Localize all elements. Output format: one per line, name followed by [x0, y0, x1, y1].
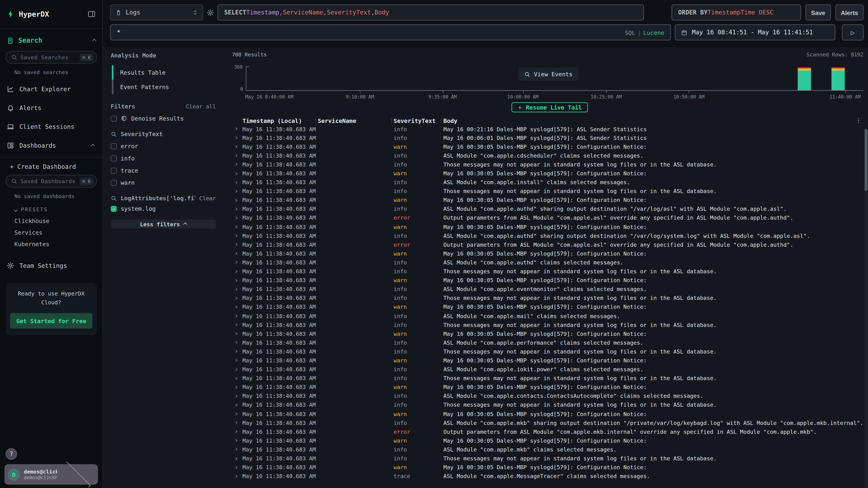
create-dashboard-button[interactable]: + Create Dashboard — [0, 158, 102, 170]
col-servicename[interactable]: ServiceName — [318, 117, 389, 124]
table-row[interactable]: May 16 11:38:40.683 AM info ASL Module "… — [231, 151, 868, 160]
table-row[interactable]: May 16 11:38:40.683 AM info ASL Module "… — [231, 338, 868, 347]
table-row[interactable]: May 16 11:38:40.683 AM info ASL Module "… — [231, 365, 868, 374]
row-expand-chevron-icon[interactable] — [235, 163, 243, 166]
row-expand-chevron-icon[interactable] — [235, 172, 243, 174]
table-row[interactable]: May 16 11:38:40.683 AM info May 16 00:06… — [231, 133, 868, 142]
row-expand-chevron-icon[interactable] — [235, 288, 243, 290]
sidebar-item-alerts[interactable]: Alerts — [0, 98, 102, 117]
row-expand-chevron-icon[interactable] — [235, 395, 243, 397]
table-row[interactable]: May 16 11:38:40.683 AM error Output para… — [231, 214, 868, 222]
row-expand-chevron-icon[interactable] — [235, 324, 243, 326]
table-row[interactable]: May 16 11:38:40.683 AM info May 16 00:21… — [231, 125, 868, 133]
table-row[interactable]: May 16 11:38:40.683 AM info ASL Module "… — [231, 418, 868, 427]
severity-option[interactable]: warn — [111, 179, 216, 186]
row-expand-chevron-icon[interactable] — [235, 235, 243, 237]
user-menu[interactable]: D demos@clickhouse.com demos@clickhouse.… — [4, 464, 98, 485]
row-expand-chevron-icon[interactable] — [235, 466, 243, 468]
row-expand-chevron-icon[interactable] — [235, 208, 243, 210]
source-select[interactable]: Logs — [110, 4, 203, 21]
row-expand-chevron-icon[interactable] — [235, 315, 243, 317]
row-expand-chevron-icon[interactable] — [235, 253, 243, 255]
column-menu-icon[interactable]: ⋮ — [389, 118, 394, 123]
sidebar-item-client-sessions[interactable]: Client Sessions — [0, 117, 102, 136]
row-expand-chevron-icon[interactable] — [235, 457, 243, 459]
row-expand-chevron-icon[interactable] — [235, 146, 243, 148]
save-button[interactable]: Save — [805, 4, 831, 21]
less-filters-button[interactable]: Less filters — [111, 220, 216, 228]
table-row[interactable]: May 16 11:38:40.683 AM info ASL Module "… — [231, 392, 868, 400]
mode-event-patterns[interactable]: Event Patterns — [112, 80, 216, 94]
row-expand-chevron-icon[interactable] — [235, 261, 243, 263]
row-expand-chevron-icon[interactable] — [235, 279, 243, 282]
table-row[interactable]: May 16 11:38:40.683 AM warn May 16 00:30… — [231, 276, 868, 285]
severity-option[interactable]: error — [111, 143, 216, 150]
sidebar-item-chart-explorer[interactable]: Chart Explorer — [0, 80, 102, 98]
table-row[interactable]: May 16 11:38:40.683 AM info ASL Module "… — [231, 445, 868, 454]
table-row[interactable]: May 16 11:38:40.683 AM info ASL Module "… — [231, 178, 868, 187]
table-row[interactable]: May 16 11:38:40.683 AM info Those messag… — [231, 400, 868, 410]
preset-item[interactable]: Clickhouse — [14, 218, 102, 224]
row-expand-chevron-icon[interactable] — [235, 368, 243, 370]
presets-toggle[interactable]: PRESETS — [14, 207, 102, 213]
row-expand-chevron-icon[interactable] — [235, 377, 243, 379]
row-expand-chevron-icon[interactable] — [235, 226, 243, 228]
view-events-button[interactable]: View Events — [518, 67, 579, 80]
row-expand-chevron-icon[interactable] — [235, 137, 243, 139]
severity-checkbox[interactable] — [111, 167, 117, 173]
select-clause-input[interactable]: SELECT Timestamp, ServiceName, SeverityT… — [218, 4, 644, 21]
severity-checkbox[interactable] — [111, 143, 117, 149]
denoise-checkbox[interactable] — [111, 115, 117, 122]
row-expand-chevron-icon[interactable] — [235, 217, 243, 219]
get-started-button[interactable]: Get Started for Free — [10, 313, 92, 329]
saved-searches-input[interactable]: Saved Searches ⌘ K — [6, 51, 97, 64]
row-expand-chevron-icon[interactable] — [235, 386, 243, 388]
table-row[interactable]: May 16 11:38:40.683 AM info ASL Module "… — [231, 285, 868, 294]
row-expand-chevron-icon[interactable] — [235, 190, 243, 192]
table-row[interactable]: May 16 11:38:40.683 AM error Output para… — [231, 427, 868, 436]
logattr-clear-button[interactable]: Clear — [199, 195, 216, 201]
col-timestamp[interactable]: Timestamp (Local) — [243, 117, 313, 124]
table-row[interactable]: May 16 11:38:40.683 AM info Those messag… — [231, 267, 868, 276]
table-row[interactable]: May 16 11:38:40.683 AM warn May 16 00:30… — [231, 142, 868, 151]
table-row[interactable]: May 16 11:38:40.683 AM info Those messag… — [231, 347, 868, 356]
table-row[interactable]: May 16 11:38:40.683 AM warn May 16 00:30… — [231, 383, 868, 392]
resume-live-tail-button[interactable]: Resume Live Tail — [512, 102, 588, 112]
histogram-bar[interactable] — [798, 67, 811, 90]
column-menu-icon[interactable]: ⋮ — [439, 118, 443, 123]
row-expand-chevron-icon[interactable] — [235, 359, 243, 361]
table-row[interactable]: May 16 11:38:40.683 AM info ASL Module "… — [231, 205, 868, 214]
table-row[interactable]: May 16 11:38:40.683 AM info Those messag… — [231, 187, 868, 196]
table-row[interactable]: May 16 11:38:40.683 AM warn May 16 00:30… — [231, 169, 868, 178]
histogram-bar[interactable] — [832, 67, 845, 90]
severity-option[interactable]: info — [111, 155, 216, 162]
table-menu-icon[interactable]: ⋮ — [856, 117, 862, 124]
sidebar-collapse-icon[interactable] — [88, 10, 96, 18]
clear-all-filters-button[interactable]: Clear all — [186, 103, 216, 109]
table-row[interactable]: May 16 11:38:40.683 AM warn May 16 00:30… — [231, 356, 868, 365]
row-expand-chevron-icon[interactable] — [235, 413, 243, 415]
table-row[interactable]: May 16 11:38:40.683 AM warn May 16 00:30… — [231, 223, 868, 231]
logattr-option[interactable]: ✓ system.log — [111, 205, 216, 212]
table-row[interactable]: May 16 11:38:40.683 AM warn May 16 00:30… — [231, 196, 868, 205]
row-expand-chevron-icon[interactable] — [235, 404, 243, 406]
table-row[interactable]: May 16 11:38:40.683 AM info Those messag… — [231, 454, 868, 463]
table-row[interactable]: May 16 11:38:40.683 AM warn May 16 00:30… — [231, 436, 868, 445]
row-expand-chevron-icon[interactable] — [235, 440, 243, 442]
help-button[interactable]: ? — [6, 448, 17, 460]
toggle-sql[interactable]: SQL — [625, 29, 635, 36]
table-row[interactable]: May 16 11:38:40.683 AM info Those messag… — [231, 160, 868, 169]
row-expand-chevron-icon[interactable] — [235, 181, 243, 184]
mode-results-table[interactable]: Results Table — [112, 65, 216, 80]
row-expand-chevron-icon[interactable] — [235, 270, 243, 272]
row-expand-chevron-icon[interactable] — [235, 155, 243, 157]
row-expand-chevron-icon[interactable] — [235, 243, 243, 246]
row-expand-chevron-icon[interactable] — [235, 430, 243, 433]
search-query-input[interactable]: * SQL|Lucene — [110, 24, 671, 40]
row-expand-chevron-icon[interactable] — [235, 475, 243, 477]
table-row[interactable]: May 16 11:38:40.683 AM warn May 16 00:30… — [231, 463, 868, 472]
table-row[interactable]: May 16 11:38:40.683 AM info Those messag… — [231, 321, 868, 329]
sidebar-item-team-settings[interactable]: Team Settings — [0, 256, 102, 275]
row-expand-chevron-icon[interactable] — [235, 448, 243, 451]
table-row[interactable]: May 16 11:38:40.683 AM info Those messag… — [231, 374, 868, 383]
